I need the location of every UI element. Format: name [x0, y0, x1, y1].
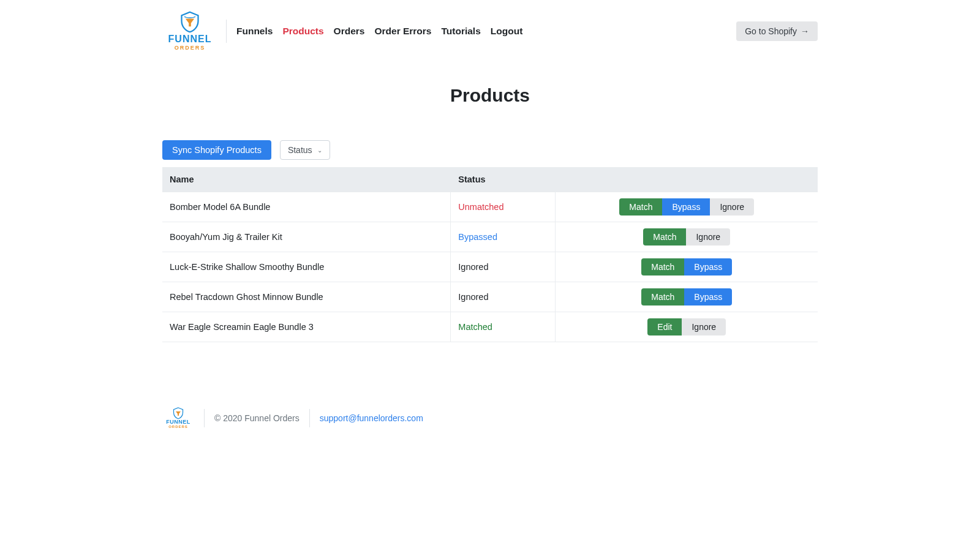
product-name: Bomber Model 6A Bundle	[162, 192, 451, 222]
go-to-shopify-button[interactable]: Go to Shopify →	[736, 21, 818, 41]
footer-logo-text-bottom: ORDERS	[168, 425, 188, 429]
footer-divider	[309, 409, 310, 427]
action-group: MatchIgnore	[643, 228, 730, 246]
status-filter-select[interactable]: Status ⌄	[280, 140, 330, 160]
sync-shopify-products-button[interactable]: Sync Shopify Products	[162, 140, 271, 160]
ignore-button[interactable]: Ignore	[710, 198, 754, 216]
action-group: MatchBypass	[641, 288, 732, 305]
product-status: Bypassed	[451, 222, 556, 252]
funnel-shield-icon	[172, 407, 184, 419]
action-group: MatchBypassIgnore	[619, 198, 754, 216]
product-name: Rebel Tracdown Ghost Minnow Bundle	[162, 282, 451, 312]
product-status: Unmatched	[451, 192, 556, 222]
go-to-shopify-label: Go to Shopify	[745, 26, 797, 36]
product-name: War Eagle Screamin Eagle Bundle 3	[162, 312, 451, 342]
nav-logout[interactable]: Logout	[491, 26, 523, 37]
product-actions: MatchBypassIgnore	[556, 192, 818, 222]
product-actions: MatchIgnore	[556, 222, 818, 252]
footer-logo-text-top: FUNNEL	[166, 419, 190, 425]
match-button[interactable]: Match	[619, 198, 662, 216]
column-header-actions	[556, 167, 818, 192]
product-actions: EditIgnore	[556, 312, 818, 342]
product-actions: MatchBypass	[556, 282, 818, 312]
product-name: Booyah/Yum Jig & Trailer Kit	[162, 222, 451, 252]
bypass-button[interactable]: Bypass	[684, 258, 732, 276]
table-row: Rebel Tracdown Ghost Minnow BundleIgnore…	[162, 282, 818, 312]
products-tbody: Bomber Model 6A BundleUnmatchedMatchBypa…	[162, 192, 818, 342]
match-button[interactable]: Match	[641, 258, 684, 276]
footer: FUNNEL ORDERS © 2020 Funnel Orders suppo…	[162, 403, 818, 447]
action-group: EditIgnore	[647, 318, 726, 335]
table-row: War Eagle Screamin Eagle Bundle 3Matched…	[162, 312, 818, 342]
chevron-down-icon: ⌄	[317, 147, 322, 154]
nav-funnels[interactable]: Funnels	[236, 26, 273, 37]
action-group: MatchBypass	[641, 258, 732, 276]
edit-button[interactable]: Edit	[647, 318, 682, 335]
match-button[interactable]: Match	[643, 228, 686, 246]
nav-orders[interactable]: Orders	[334, 26, 365, 37]
column-header-name: Name	[162, 167, 451, 192]
actions-row: Sync Shopify Products Status ⌄	[162, 140, 818, 160]
bypass-button[interactable]: Bypass	[684, 288, 732, 305]
nav-tutorials[interactable]: Tutorials	[442, 26, 481, 37]
ignore-button[interactable]: Ignore	[682, 318, 726, 335]
product-actions: MatchBypass	[556, 252, 818, 282]
footer-support-email[interactable]: support@funnelorders.com	[320, 413, 423, 423]
product-status: Ignored	[451, 282, 556, 312]
nav-order-errors[interactable]: Order Errors	[374, 26, 431, 37]
products-table: Name Status Bomber Model 6A BundleUnmatc…	[162, 167, 818, 342]
funnel-shield-icon	[179, 11, 201, 33]
bypass-button[interactable]: Bypass	[662, 198, 710, 216]
footer-logo[interactable]: FUNNEL ORDERS	[162, 407, 194, 429]
table-row: Bomber Model 6A BundleUnmatchedMatchBypa…	[162, 192, 818, 222]
table-row: Booyah/Yum Jig & Trailer KitBypassedMatc…	[162, 222, 818, 252]
table-row: Luck-E-Strike Shallow Smoothy BundleIgno…	[162, 252, 818, 282]
nav-divider	[226, 20, 227, 43]
ignore-button[interactable]: Ignore	[686, 228, 730, 246]
product-name: Luck-E-Strike Shallow Smoothy Bundle	[162, 252, 451, 282]
main-nav: FunnelsProductsOrdersOrder ErrorsTutoria…	[236, 26, 522, 37]
product-status: Ignored	[451, 252, 556, 282]
page-title: Products	[162, 85, 818, 106]
header: FUNNEL ORDERS FunnelsProductsOrdersOrder…	[162, 0, 818, 58]
nav-products[interactable]: Products	[282, 26, 323, 37]
product-status: Matched	[451, 312, 556, 342]
match-button[interactable]: Match	[641, 288, 684, 305]
logo-text-top: FUNNEL	[168, 34, 212, 44]
logo-text-bottom: ORDERS	[175, 45, 206, 51]
logo[interactable]: FUNNEL ORDERS	[162, 11, 217, 51]
status-filter-label: Status	[288, 145, 312, 155]
arrow-right-icon: →	[801, 26, 809, 36]
column-header-status: Status	[451, 167, 556, 192]
footer-divider	[204, 409, 205, 427]
footer-copyright: © 2020 Funnel Orders	[214, 413, 300, 423]
